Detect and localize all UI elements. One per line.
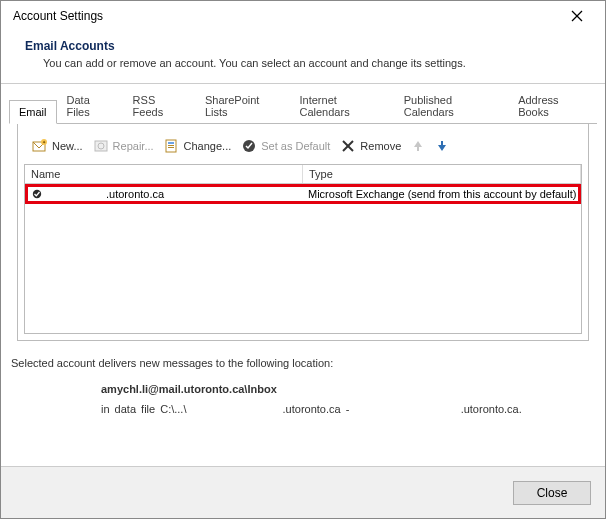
close-icon[interactable]: [557, 2, 597, 30]
tab-email[interactable]: Email: [9, 100, 57, 124]
list-body: .utoronto.ca Microsoft Exchange (send fr…: [24, 184, 582, 334]
account-type: Microsoft Exchange (send from this accou…: [304, 188, 578, 200]
move-down-button[interactable]: [431, 136, 453, 156]
change-icon: [164, 138, 180, 154]
tab-data-files[interactable]: Data Files: [57, 88, 123, 124]
tab-internet-calendars[interactable]: Internet Calendars: [290, 88, 394, 124]
list-header: Name Type: [24, 164, 582, 184]
delivery-mailbox: amychl.li@mail.utoronto.ca\Inbox: [101, 383, 595, 395]
check-circle-icon: [241, 138, 257, 154]
account-row[interactable]: .utoronto.ca Microsoft Exchange (send fr…: [25, 184, 581, 204]
col-type[interactable]: Type: [303, 165, 581, 183]
svg-text:✦: ✦: [42, 139, 46, 145]
delivery-intro: Selected account delivers new messages t…: [11, 357, 595, 369]
repair-icon: [93, 138, 109, 154]
new-button[interactable]: ✦ New...: [28, 136, 87, 156]
move-up-button[interactable]: [407, 136, 429, 156]
delivery-path: in data file C:\...\ .utoronto.ca - .uto…: [101, 403, 595, 415]
window-title: Account Settings: [13, 9, 103, 23]
set-default-button[interactable]: Set as Default: [237, 136, 334, 156]
change-button[interactable]: Change...: [160, 136, 236, 156]
tab-sharepoint-lists[interactable]: SharePoint Lists: [195, 88, 290, 124]
svg-marker-14: [414, 141, 422, 151]
email-panel: ✦ New... Repair... Change... Set as Defa…: [17, 124, 589, 341]
tab-rss-feeds[interactable]: RSS Feeds: [123, 88, 195, 124]
delivery-location: Selected account delivers new messages t…: [1, 341, 605, 425]
footer: Close: [1, 466, 605, 518]
close-button[interactable]: Close: [513, 481, 591, 505]
arrow-down-icon: [434, 138, 450, 154]
remove-button[interactable]: Remove: [336, 136, 405, 156]
new-icon: ✦: [32, 138, 48, 154]
col-name[interactable]: Name: [25, 165, 303, 183]
repair-button[interactable]: Repair...: [89, 136, 158, 156]
titlebar: Account Settings: [1, 1, 605, 31]
svg-rect-8: [168, 142, 174, 144]
account-settings-dialog: Account Settings Email Accounts You can …: [0, 0, 606, 519]
arrow-up-icon: [410, 138, 426, 154]
divider: [1, 83, 605, 84]
remove-icon: [340, 138, 356, 154]
default-check-icon: [28, 189, 46, 199]
tabs: Email Data Files RSS Feeds SharePoint Li…: [9, 98, 597, 124]
svg-rect-9: [168, 145, 174, 146]
svg-marker-15: [438, 141, 446, 151]
tab-published-calendars[interactable]: Published Calendars: [394, 88, 508, 124]
header-title: Email Accounts: [25, 39, 581, 53]
header: Email Accounts You can add or remove an …: [1, 31, 605, 79]
toolbar: ✦ New... Repair... Change... Set as Defa…: [24, 134, 582, 164]
tab-address-books[interactable]: Address Books: [508, 88, 597, 124]
header-subtitle: You can add or remove an account. You ca…: [25, 57, 581, 69]
account-name: .utoronto.ca: [46, 188, 304, 200]
svg-rect-10: [168, 147, 174, 148]
